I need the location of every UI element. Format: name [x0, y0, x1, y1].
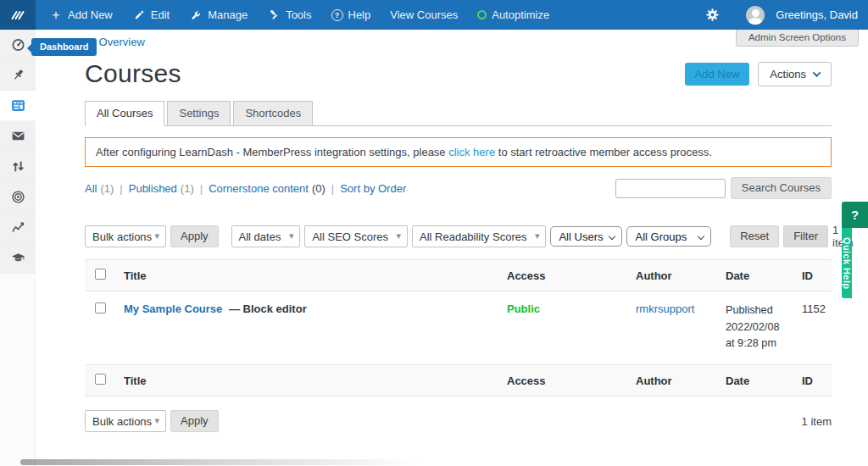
- course-title-link[interactable]: My Sample Course: [124, 302, 222, 315]
- apply-button[interactable]: Apply: [170, 225, 219, 247]
- view-cornerstone-link[interactable]: Cornerstone content: [209, 182, 309, 195]
- column-header-title[interactable]: Title: [115, 374, 498, 387]
- admin-bar-right: Greetings, David: [705, 6, 868, 25]
- column-header-access: Access: [498, 374, 627, 387]
- filter-button[interactable]: Filter: [783, 225, 828, 247]
- column-header-author: Author: [627, 269, 717, 282]
- bulk-actions-select-bottom[interactable]: Bulk actions ▾: [85, 410, 166, 432]
- menu-view-courses[interactable]: View Courses: [390, 8, 458, 21]
- page-header: Courses Add New Actions: [85, 59, 832, 88]
- add-new-button[interactable]: Add New: [685, 63, 750, 86]
- select-value: All Readability Scores: [420, 230, 526, 243]
- menu-label: Add New: [68, 8, 113, 21]
- users-filter-select[interactable]: All Users: [550, 226, 622, 247]
- header-buttons: Add New Actions: [685, 62, 832, 86]
- admin-bar: + Add New Edit Manage Tools: [0, 0, 868, 30]
- view-filter-links: All (1) | Published (1) | Cornerstone co…: [85, 182, 406, 195]
- memberpress-notice: After configuring LearnDash - MemberPres…: [85, 137, 832, 167]
- search-courses-button[interactable]: Search Courses: [731, 177, 832, 199]
- separator: |: [200, 182, 203, 195]
- column-header-date[interactable]: Date: [717, 269, 793, 282]
- tab-all-courses[interactable]: All Courses: [85, 101, 164, 126]
- views-row: All (1) | Published (1) | Cornerstone co…: [85, 177, 832, 199]
- bulk-actions-select[interactable]: Bulk actions ▾: [85, 225, 166, 247]
- menu-edit[interactable]: Edit: [132, 8, 170, 22]
- table-footer-header-row: Title Access Author Date ID: [85, 364, 832, 397]
- author-link[interactable]: rmkrsupport: [636, 302, 694, 315]
- menu-label: Tools: [286, 8, 311, 21]
- view-count: (1): [100, 182, 114, 195]
- courses-table: Title Access Author Date ID My Sample Co…: [85, 259, 832, 397]
- filter-toolbar: Bulk actions ▾ Apply All dates ▾ All SEO…: [85, 224, 832, 249]
- column-header-title[interactable]: Title: [115, 269, 498, 282]
- dashboard-tooltip: Dashboard: [31, 38, 97, 56]
- dropdown-caret-icon: ▾: [535, 230, 540, 241]
- notice-click-here-link[interactable]: click here: [448, 146, 495, 158]
- sidebar-item-order[interactable]: [0, 152, 36, 182]
- quick-help-panel: ? Quick Help: [842, 202, 868, 298]
- hammer-icon: [267, 8, 281, 22]
- course-grid-icon: [11, 98, 25, 113]
- horizontal-scrollbar-thumb[interactable]: [20, 459, 419, 465]
- select-value: All Users: [559, 230, 603, 243]
- pencil-icon: [132, 8, 146, 22]
- sidebar-item-goals[interactable]: [0, 182, 36, 213]
- status-ring-icon: [477, 10, 487, 19]
- chevron-down-icon: [813, 69, 821, 77]
- actions-dropdown-button[interactable]: Actions: [758, 62, 832, 86]
- sidebar-item-posts[interactable]: [0, 60, 36, 91]
- quick-help-question-icon[interactable]: ?: [842, 202, 868, 228]
- quick-help-tab[interactable]: Quick Help: [842, 228, 852, 298]
- sidebar-item-mail[interactable]: [0, 121, 36, 152]
- menu-manage[interactable]: Manage: [189, 8, 248, 22]
- view-all-link[interactable]: All: [85, 182, 97, 195]
- course-title-suffix: — Block editor: [229, 302, 307, 315]
- chevron-down-icon: [698, 233, 704, 240]
- view-published-link[interactable]: Published: [129, 182, 177, 195]
- row-checkbox[interactable]: [95, 302, 106, 313]
- sidebar-items: [0, 30, 36, 274]
- learndash-stripes-icon: [9, 8, 26, 22]
- learndash-logo[interactable]: [0, 0, 36, 30]
- menu-label: Autoptimize: [492, 8, 549, 21]
- user-greeting[interactable]: Greetings, David: [776, 8, 858, 21]
- dashboard-icon: [11, 37, 25, 52]
- menu-autoptimize[interactable]: Autoptimize: [477, 8, 549, 21]
- dates-filter-select[interactable]: All dates ▾: [231, 225, 301, 247]
- reset-button[interactable]: Reset: [730, 225, 779, 247]
- line-chart-icon: [11, 220, 25, 235]
- select-value: Bulk actions: [92, 230, 152, 243]
- view-count: (0): [312, 182, 326, 195]
- menu-add-new[interactable]: + Add New: [49, 8, 113, 22]
- gear-icon[interactable]: [705, 8, 720, 22]
- user-avatar[interactable]: [746, 6, 765, 25]
- menu-label: View Courses: [390, 8, 458, 21]
- item-count-bottom: 1 item: [802, 415, 832, 428]
- admin-screen-options-button[interactable]: Admin Screen Options: [736, 30, 859, 47]
- notice-text: After configuring LearnDash - MemberPres…: [96, 146, 446, 158]
- apply-button-bottom[interactable]: Apply: [170, 410, 219, 432]
- select-all-checkbox[interactable]: [95, 374, 106, 385]
- date-cell: Published 2022/02/08 at 9:28 pm: [717, 302, 793, 352]
- sidebar-item-learndash[interactable]: [0, 243, 36, 274]
- dropdown-caret-icon: ▾: [154, 230, 159, 241]
- search-box: Search Courses: [615, 177, 832, 199]
- sort-by-order-link[interactable]: Sort by Order: [340, 182, 406, 195]
- readability-scores-filter-select[interactable]: All Readability Scores ▾: [412, 225, 546, 247]
- column-header-date[interactable]: Date: [717, 374, 793, 387]
- select-all-checkbox[interactable]: [95, 269, 106, 280]
- table-row: My Sample Course — Block editor Public r…: [85, 291, 832, 364]
- sidebar-item-learndash-courses[interactable]: [0, 91, 36, 121]
- actions-label: Actions: [770, 68, 806, 80]
- menu-help[interactable]: ? Help: [331, 8, 371, 21]
- menu-tools[interactable]: Tools: [267, 8, 311, 22]
- sidebar-item-analytics[interactable]: [0, 213, 36, 243]
- tab-settings[interactable]: Settings: [167, 101, 231, 126]
- separator: |: [331, 182, 334, 195]
- search-input[interactable]: [615, 179, 726, 198]
- tab-shortcodes[interactable]: Shortcodes: [233, 101, 313, 126]
- groups-filter-select[interactable]: All Groups: [626, 226, 711, 247]
- plus-icon: +: [49, 8, 63, 22]
- help-icon: ?: [331, 9, 343, 21]
- seo-scores-filter-select[interactable]: All SEO Scores ▾: [304, 225, 408, 247]
